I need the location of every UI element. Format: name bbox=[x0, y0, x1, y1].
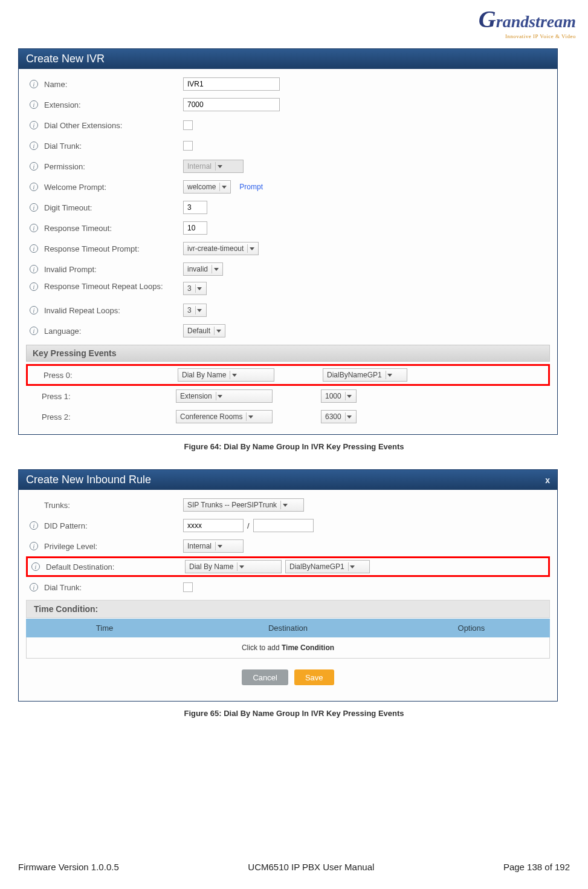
cancel-button[interactable]: Cancel bbox=[242, 669, 288, 685]
row-language: iLanguage: Default bbox=[26, 321, 550, 341]
press0-action-select[interactable]: Dial By Name bbox=[178, 368, 274, 382]
row-extension: iExtension: bbox=[26, 94, 550, 115]
row-trunks: Trunks: SIP Trunks -- PeerSIPTrunk bbox=[26, 495, 550, 515]
key-row-1: Press 1: Extension 1000 bbox=[26, 386, 550, 406]
row-digit-timeout: iDigit Timeout: bbox=[26, 197, 550, 218]
chevron-down-icon bbox=[195, 306, 204, 314]
chevron-down-icon bbox=[214, 327, 222, 335]
row-welcome-prompt: iWelcome Prompt: welcome Prompt bbox=[26, 177, 550, 197]
create-ivr-panel: Create New IVR iName: iExtension: iDial … bbox=[18, 48, 558, 435]
row-dial-trunk: iDial Trunk: bbox=[26, 135, 550, 156]
chevron-down-icon bbox=[348, 562, 357, 571]
info-icon[interactable]: i bbox=[30, 265, 38, 273]
privilege-select[interactable]: Internal bbox=[183, 539, 244, 553]
press1-action-select[interactable]: Extension bbox=[176, 389, 273, 403]
info-icon[interactable]: i bbox=[30, 542, 38, 550]
key-events-section: Key Pressing Events bbox=[26, 345, 550, 362]
info-icon[interactable]: i bbox=[30, 121, 38, 129]
footer-right: Page 138 of 192 bbox=[503, 862, 570, 872]
press2-target-select[interactable]: 6300 bbox=[321, 410, 357, 423]
chevron-down-icon bbox=[195, 284, 204, 293]
info-icon[interactable]: i bbox=[30, 142, 38, 150]
create-inbound-rule-panel: Create New Inbound Rule x Trunks: SIP Tr… bbox=[18, 469, 558, 702]
footer-left: Firmware Version 1.0.0.5 bbox=[18, 862, 119, 872]
info-icon[interactable]: i bbox=[30, 224, 38, 232]
dial-trunk-checkbox-2[interactable] bbox=[183, 582, 193, 592]
invalid-prompt-select[interactable]: invalid bbox=[183, 262, 223, 276]
chevron-down-icon bbox=[219, 183, 228, 191]
info-icon[interactable]: i bbox=[30, 183, 38, 191]
prompt-link[interactable]: Prompt bbox=[239, 183, 263, 191]
row-dial-trunk-2: iDial Trunk: bbox=[26, 577, 550, 598]
row-privilege-level: iPrivilege Level: Internal bbox=[26, 536, 550, 556]
default-dest-action-select[interactable]: Dial By Name bbox=[185, 560, 282, 573]
info-icon[interactable]: i bbox=[30, 327, 38, 335]
response-timeout-input[interactable] bbox=[183, 221, 207, 235]
brand-logo: Grandstream Innovative IP Voice & Video bbox=[479, 5, 576, 39]
info-icon[interactable]: i bbox=[30, 100, 38, 109]
press0-target-select[interactable]: DialByNameGP1 bbox=[323, 368, 407, 382]
info-icon[interactable]: i bbox=[31, 562, 40, 571]
info-icon[interactable]: i bbox=[30, 583, 38, 591]
invalid-loops-select[interactable]: 3 bbox=[183, 304, 207, 317]
welcome-select[interactable]: welcome bbox=[183, 180, 231, 194]
row-response-timeout: iResponse Timeout: bbox=[26, 218, 550, 238]
chevron-down-icon bbox=[345, 392, 354, 400]
info-icon[interactable]: i bbox=[30, 203, 38, 212]
row-invalid-loops: iInvalid Repeat Loops: 3 bbox=[26, 300, 550, 321]
key-row-2: Press 2: Conference Rooms 6300 bbox=[26, 406, 550, 427]
row-dial-other: iDial Other Extensions: bbox=[26, 115, 550, 135]
panel-title: Create New IVR bbox=[19, 49, 557, 69]
row-invalid-prompt: iInvalid Prompt: invalid bbox=[26, 259, 550, 279]
info-icon[interactable]: i bbox=[30, 282, 38, 291]
extension-input[interactable] bbox=[183, 98, 280, 111]
panel-title: Create New Inbound Rule x bbox=[19, 470, 557, 490]
chevron-down-icon bbox=[215, 542, 224, 550]
chevron-down-icon bbox=[215, 162, 224, 171]
row-response-loops: iResponse Timeout Repeat Loops: 3 bbox=[26, 279, 550, 300]
did-input-right[interactable] bbox=[253, 519, 314, 532]
row-permission: iPermission: Internal bbox=[26, 156, 550, 177]
close-icon[interactable]: x bbox=[545, 475, 550, 485]
info-icon[interactable]: i bbox=[30, 521, 38, 530]
name-input[interactable] bbox=[183, 77, 280, 91]
page-footer: Firmware Version 1.0.0.5 UCM6510 IP PBX … bbox=[18, 862, 570, 872]
chevron-down-icon bbox=[230, 371, 238, 379]
figure-caption-65: Figure 65: Dial By Name Group In IVR Key… bbox=[18, 709, 570, 718]
key-row-0: Press 0: Dial By Name DialByNameGP1 bbox=[26, 364, 550, 386]
info-icon[interactable]: i bbox=[30, 80, 38, 88]
press1-target-select[interactable]: 1000 bbox=[321, 389, 357, 403]
chevron-down-icon bbox=[216, 392, 224, 400]
info-icon[interactable]: i bbox=[30, 244, 38, 253]
chevron-down-icon bbox=[237, 562, 245, 571]
language-select[interactable]: Default bbox=[183, 324, 225, 337]
digit-timeout-input[interactable] bbox=[183, 201, 207, 214]
chevron-down-icon bbox=[246, 412, 254, 421]
chevron-down-icon bbox=[386, 371, 394, 379]
default-dest-target-select[interactable]: DialByNameGP1 bbox=[285, 560, 370, 573]
response-loops-select[interactable]: 3 bbox=[183, 282, 207, 295]
permission-select: Internal bbox=[183, 160, 244, 173]
footer-center: UCM6510 IP PBX User Manual bbox=[248, 862, 374, 872]
chevron-down-icon bbox=[280, 501, 289, 509]
add-time-condition-row[interactable]: Click to add Time Condition bbox=[26, 637, 550, 659]
trunks-select[interactable]: SIP Trunks -- PeerSIPTrunk bbox=[183, 498, 304, 512]
info-icon[interactable]: i bbox=[30, 306, 38, 314]
slash-label: / bbox=[247, 521, 250, 530]
time-condition-header: Time Destination Options bbox=[26, 619, 550, 637]
figure-caption-64: Figure 64: Dial By Name Group In IVR Key… bbox=[18, 442, 570, 451]
row-did-pattern: iDID Pattern: / bbox=[26, 515, 550, 536]
time-condition-section: Time Condition: bbox=[26, 600, 550, 618]
row-default-destination: iDefault Destination: Dial By Name DialB… bbox=[26, 556, 550, 577]
press2-action-select[interactable]: Conference Rooms bbox=[176, 410, 273, 423]
dial-other-checkbox[interactable] bbox=[183, 120, 193, 130]
save-button[interactable]: Save bbox=[294, 669, 334, 685]
row-response-prompt: iResponse Timeout Prompt: ivr-create-tim… bbox=[26, 238, 550, 259]
response-prompt-select[interactable]: ivr-create-timeout bbox=[183, 242, 259, 255]
chevron-down-icon bbox=[345, 412, 354, 421]
did-input-left[interactable] bbox=[183, 519, 244, 532]
row-name: iName: bbox=[26, 74, 550, 94]
info-icon[interactable]: i bbox=[30, 162, 38, 171]
chevron-down-icon bbox=[212, 265, 220, 273]
dial-trunk-checkbox[interactable] bbox=[183, 141, 193, 151]
